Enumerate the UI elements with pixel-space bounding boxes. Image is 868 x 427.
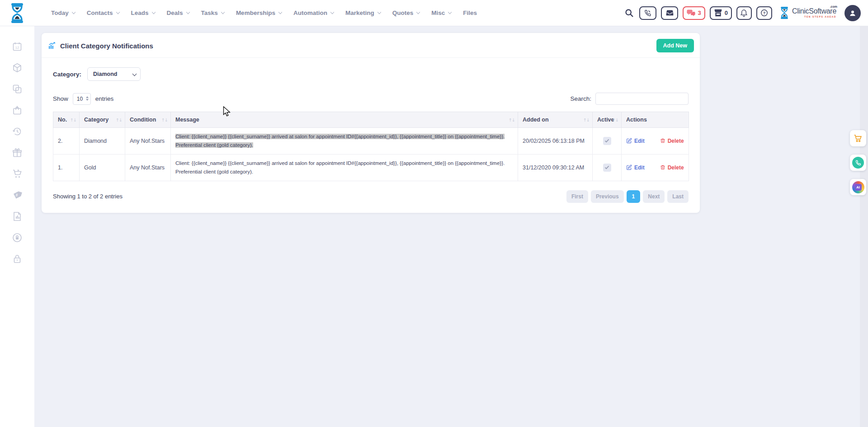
sort-icon: ↑↓ bbox=[161, 117, 168, 122]
cell-condition: Any Nof.Stars bbox=[125, 154, 171, 181]
inbox-button[interactable] bbox=[661, 6, 678, 20]
search-input[interactable] bbox=[595, 93, 689, 105]
column-header-active[interactable]: Active↑↓ bbox=[593, 112, 622, 128]
scrollbar-track[interactable] bbox=[860, 26, 868, 427]
lock-icon[interactable] bbox=[11, 253, 23, 265]
cell-actions: Edit Delete bbox=[622, 128, 689, 155]
cell-message: Client: {{client_name}} {{client_surname… bbox=[171, 154, 518, 181]
price-tag-icon[interactable]: $ bbox=[11, 189, 23, 201]
cart-icon[interactable] bbox=[11, 168, 23, 180]
delete-button[interactable]: Delete bbox=[660, 138, 684, 144]
notifications-table: No.↑↓ Category↑↓ Condition↑↓ Message↑↓ A… bbox=[53, 112, 689, 181]
report-icon[interactable] bbox=[11, 211, 23, 222]
notifications-button[interactable] bbox=[736, 6, 752, 20]
nav-item-automation[interactable]: Automation bbox=[288, 9, 340, 16]
nav-item-marketing[interactable]: Marketing bbox=[340, 9, 387, 16]
cell-active bbox=[593, 154, 622, 181]
sort-icon: ↑↓ bbox=[509, 117, 515, 122]
help-button[interactable]: ? bbox=[756, 6, 772, 20]
history-icon[interactable] bbox=[11, 126, 23, 137]
account-lock-icon[interactable] bbox=[11, 232, 23, 244]
nav-item-contacts[interactable]: Contacts bbox=[81, 9, 125, 16]
edit-icon bbox=[626, 164, 632, 170]
panel-header: Client Category Notifications Add New bbox=[42, 33, 700, 58]
app-logo[interactable] bbox=[9, 3, 25, 23]
sidebar: 12 $ bbox=[0, 26, 34, 427]
brand-logo[interactable]: ClinicSoftware .com TEN STEPS AHEAD bbox=[779, 6, 836, 19]
nav-item-tasks[interactable]: Tasks bbox=[195, 9, 230, 16]
chat-icon bbox=[687, 9, 695, 17]
cube-icon[interactable] bbox=[11, 62, 23, 74]
nav-item-leads[interactable]: Leads bbox=[125, 9, 161, 16]
phone-button[interactable] bbox=[639, 6, 656, 20]
cell-message: Client: {{client_name}} {{client_surname… bbox=[171, 128, 518, 155]
cell-condition: Any Nof.Stars bbox=[125, 128, 171, 155]
gift-icon[interactable] bbox=[11, 147, 23, 159]
category-select[interactable]: Diamond bbox=[87, 67, 141, 81]
column-header-added-on[interactable]: Added on↑↓ bbox=[518, 112, 593, 128]
client-category-notifications-panel: Client Category Notifications Add New Ca… bbox=[42, 33, 700, 213]
column-header-message[interactable]: Message↑↓ bbox=[171, 112, 518, 128]
pagination-first-button[interactable]: First bbox=[566, 190, 588, 203]
chevron-down-icon bbox=[330, 10, 334, 14]
quick-ai-button[interactable]: AI bbox=[850, 179, 866, 195]
chevron-down-icon bbox=[448, 10, 452, 14]
pagination-previous-button[interactable]: Previous bbox=[591, 190, 624, 203]
active-checkbox[interactable] bbox=[603, 164, 611, 172]
nav-item-memberships[interactable]: Memberships bbox=[230, 9, 288, 16]
check-icon bbox=[604, 165, 609, 169]
table-row: 1. Gold Any Nof.Stars Client: {{client_n… bbox=[53, 154, 689, 181]
chevron-down-icon bbox=[186, 10, 189, 14]
add-new-button[interactable]: Add New bbox=[656, 39, 694, 52]
calendar-icon[interactable]: 12 bbox=[11, 41, 23, 52]
nav-item-quotes[interactable]: Quotes bbox=[387, 9, 426, 16]
pagination-page-1-button[interactable]: 1 bbox=[627, 190, 641, 203]
edit-button[interactable]: Edit bbox=[626, 164, 645, 171]
pagination-last-button[interactable]: Last bbox=[667, 190, 689, 203]
user-avatar[interactable] bbox=[844, 5, 861, 21]
active-checkbox[interactable] bbox=[603, 137, 611, 145]
cell-category: Gold bbox=[80, 154, 125, 181]
category-label: Category: bbox=[53, 71, 81, 78]
nav-item-deals[interactable]: Deals bbox=[161, 9, 195, 16]
hourglass-logo-icon bbox=[9, 3, 25, 23]
store-button[interactable]: 0 bbox=[710, 6, 732, 20]
column-header-category[interactable]: Category↑↓ bbox=[80, 112, 125, 128]
chevron-down-icon bbox=[416, 10, 420, 14]
trash-icon bbox=[660, 138, 665, 144]
search-label: Search: bbox=[570, 95, 591, 102]
sort-icon: ↑↓ bbox=[612, 117, 618, 122]
table-header-row: No.↑↓ Category↑↓ Condition↑↓ Message↑↓ A… bbox=[53, 112, 689, 128]
cell-actions: Edit Delete bbox=[622, 154, 689, 181]
svg-text:?: ? bbox=[763, 11, 765, 15]
pagination: First Previous 1 Next Last bbox=[566, 190, 689, 203]
page-length-select[interactable]: 10 bbox=[73, 93, 91, 105]
edit-button[interactable]: Edit bbox=[626, 138, 645, 144]
column-header-no[interactable]: No.↑↓ bbox=[53, 112, 80, 128]
topbar: Today Contacts Leads Deals Tasks Members… bbox=[0, 0, 868, 26]
column-header-condition[interactable]: Condition↑↓ bbox=[125, 112, 171, 128]
category-filter-row: Category: Diamond bbox=[53, 67, 689, 81]
quick-call-button[interactable] bbox=[850, 155, 866, 171]
store-icon bbox=[714, 9, 722, 17]
delete-button[interactable]: Delete bbox=[660, 164, 684, 171]
search-button[interactable] bbox=[624, 8, 634, 18]
chat-button[interactable]: 3 bbox=[683, 6, 705, 20]
copy-icon[interactable] bbox=[11, 83, 23, 95]
table-footer: Showing 1 to 2 of 2 entries First Previo… bbox=[53, 181, 689, 207]
bag-icon[interactable] bbox=[11, 104, 23, 116]
nav-item-today[interactable]: Today bbox=[45, 9, 81, 16]
cell-no: 2. bbox=[53, 128, 80, 155]
quick-cart-button[interactable] bbox=[850, 130, 866, 146]
cell-added-on: 31/12/2020 09:30:12 AM bbox=[518, 154, 593, 181]
nav-item-files[interactable]: Files bbox=[457, 9, 483, 16]
column-header-actions: Actions bbox=[622, 112, 689, 128]
inbox-icon bbox=[666, 9, 674, 16]
nav-item-misc[interactable]: Misc bbox=[425, 9, 457, 16]
cell-category: Diamond bbox=[80, 128, 125, 155]
chevron-down-icon bbox=[377, 10, 381, 14]
store-count-badge: 0 bbox=[725, 9, 728, 16]
showing-entries-text: Showing 1 to 2 of 2 entries bbox=[53, 193, 123, 200]
pagination-next-button[interactable]: Next bbox=[643, 190, 665, 203]
cart-orange-icon bbox=[853, 133, 863, 143]
